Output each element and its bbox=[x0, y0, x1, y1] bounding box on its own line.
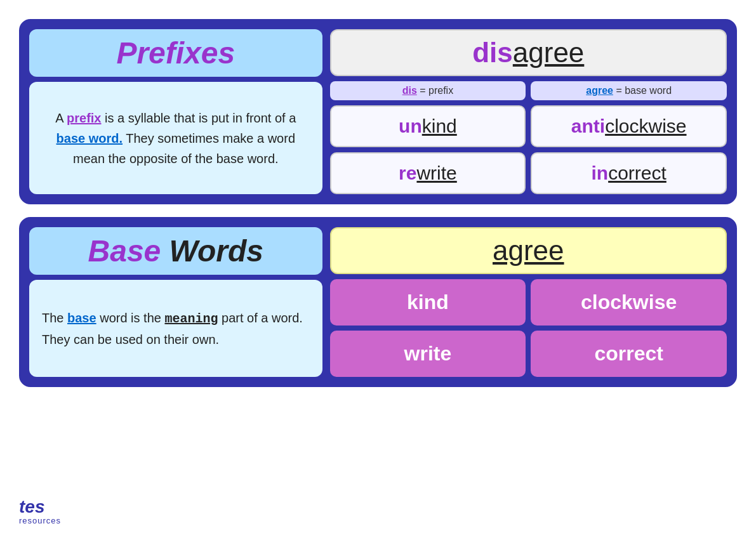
prefixes-description-box: A prefix is a syllable that is put in fr… bbox=[29, 82, 322, 194]
disagree-title-box: disagree bbox=[330, 29, 727, 76]
clockwise-word-box: clockwise bbox=[531, 279, 727, 326]
unkind-box: unkind bbox=[330, 105, 526, 147]
kind-word: kind bbox=[407, 291, 449, 314]
agree-label-box: agree = base word bbox=[531, 81, 727, 100]
agree-title-box: agree bbox=[330, 227, 727, 274]
basewords-title: Base Words bbox=[88, 234, 264, 268]
prefixes-left-panel: Prefixes A prefix is a syllable that is … bbox=[29, 29, 322, 194]
base-word-ref: base word. bbox=[56, 131, 123, 145]
dis-label-prefix: dis bbox=[402, 85, 417, 96]
prefixes-right-panel: disagree dis = prefix agree = base word … bbox=[330, 29, 727, 194]
prefixes-section: Prefixes A prefix is a syllable that is … bbox=[19, 19, 737, 204]
kind-base: kind bbox=[422, 115, 457, 137]
meaning-desc-meaning: meaning bbox=[164, 312, 218, 326]
prefix-word: prefix bbox=[67, 111, 101, 125]
incorrect-box: incorrect bbox=[531, 152, 727, 194]
disagree-title: disagree bbox=[472, 37, 584, 68]
clockwise-base: clockwise bbox=[605, 115, 686, 137]
basewords-left-panel: Base Words The base word is the meaning … bbox=[29, 227, 322, 377]
correct-word: correct bbox=[594, 342, 663, 365]
basewords-description-box: The base word is the meaning part of a w… bbox=[29, 280, 322, 377]
in-prefix: in bbox=[591, 162, 608, 184]
dis-label-box: dis = prefix bbox=[330, 81, 526, 100]
basewords-description: The base word is the meaning part of a w… bbox=[42, 308, 310, 350]
basewords-right-panel: agree kind clockwise write correct bbox=[330, 227, 727, 377]
basewords-title-box: Base Words bbox=[29, 227, 322, 275]
dis-label-text: = prefix bbox=[417, 85, 453, 96]
anti-prefix: anti bbox=[571, 115, 605, 137]
labels-row: dis = prefix agree = base word bbox=[330, 81, 727, 100]
prefixes-title-box: Prefixes bbox=[29, 29, 322, 77]
rewrite-box: rewrite bbox=[330, 152, 526, 194]
prefix-words-grid: unkind anticlockwise rewrite incorrect bbox=[330, 105, 727, 194]
un-prefix: un bbox=[399, 115, 422, 137]
dis-prefix: dis bbox=[472, 37, 513, 68]
correct-base: correct bbox=[608, 162, 666, 184]
tes-resources: resources bbox=[19, 516, 61, 525]
prefixes-description: A prefix is a syllable that is put in fr… bbox=[42, 108, 310, 169]
prefixes-title: Prefixes bbox=[116, 36, 235, 70]
clockwise-word: clockwise bbox=[581, 291, 677, 314]
agree-label-base: agree bbox=[586, 85, 613, 96]
kind-word-box: kind bbox=[330, 279, 526, 326]
base-desc-base: base bbox=[67, 311, 96, 325]
agree-title: agree bbox=[493, 235, 564, 266]
tes-brand: tes bbox=[19, 498, 44, 516]
write-word: write bbox=[404, 342, 452, 365]
agree-label-text: = base word bbox=[613, 85, 672, 96]
re-prefix: re bbox=[399, 162, 416, 184]
words-title-part: Words bbox=[161, 234, 263, 268]
write-base: write bbox=[416, 162, 456, 184]
base-title-part: Base bbox=[88, 234, 161, 268]
basewords-section: Base Words The base word is the meaning … bbox=[19, 217, 737, 387]
agree-base: agree bbox=[513, 37, 585, 68]
correct-word-box: correct bbox=[531, 331, 727, 377]
write-word-box: write bbox=[330, 331, 526, 377]
base-words-grid: kind clockwise write correct bbox=[330, 279, 727, 377]
tes-logo: tes resources bbox=[19, 498, 61, 525]
anticlockwise-box: anticlockwise bbox=[531, 105, 727, 147]
